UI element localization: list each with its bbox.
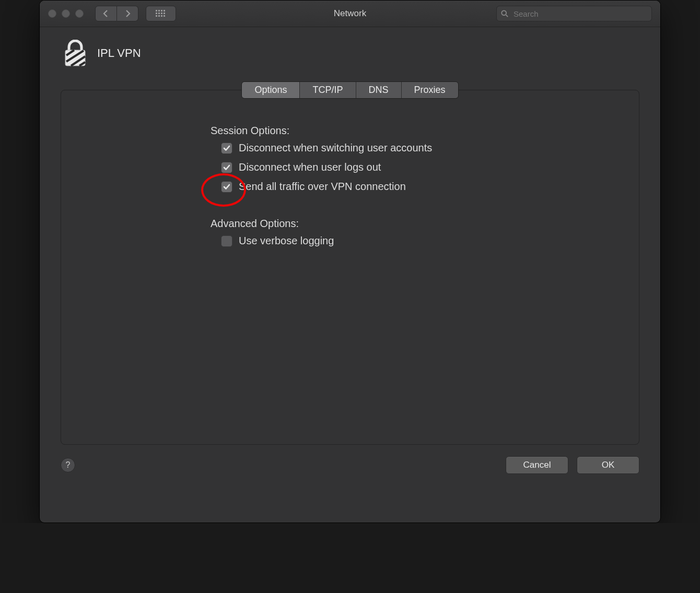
svg-rect-9 [158, 15, 160, 17]
session-option-0: Disconnect when switching user accounts [221, 142, 639, 154]
svg-rect-8 [156, 15, 157, 17]
search-field[interactable] [496, 6, 652, 21]
chevron-left-icon [103, 10, 109, 17]
svg-rect-1 [158, 10, 160, 11]
options-panel: Session Options: Disconnect when switchi… [61, 90, 639, 445]
session-checkbox-1[interactable] [221, 162, 232, 173]
tab-proxies[interactable]: Proxies [402, 82, 458, 98]
back-button[interactable] [95, 6, 117, 21]
tab-options[interactable]: Options [242, 82, 300, 98]
session-checkbox-0[interactable] [221, 143, 232, 154]
svg-rect-2 [161, 10, 162, 11]
ok-button[interactable]: OK [577, 456, 639, 474]
content-area: IPL VPN OptionsTCP/IPDNSProxies Session … [40, 27, 660, 484]
search-input[interactable] [512, 9, 647, 19]
zoom-window-button[interactable] [75, 9, 84, 18]
footer: ? Cancel OK [61, 456, 639, 474]
check-icon [223, 164, 230, 171]
svg-rect-3 [164, 10, 165, 11]
advanced-label-0: Use verbose logging [239, 235, 334, 247]
close-window-button[interactable] [48, 9, 56, 18]
tab-tcpip[interactable]: TCP/IP [300, 82, 356, 98]
titlebar: Network [40, 1, 660, 27]
svg-rect-0 [156, 10, 157, 11]
minimize-window-button[interactable] [62, 9, 70, 18]
svg-rect-10 [161, 15, 162, 17]
cancel-button[interactable]: Cancel [506, 456, 568, 474]
check-icon [223, 183, 230, 191]
session-option-1: Disconnect when user logs out [221, 161, 639, 173]
network-preferences-window: Network IPL VPN OptionsTCP/IPDN [39, 0, 661, 523]
session-options-title: Session Options: [211, 125, 639, 137]
check-icon [223, 145, 230, 152]
help-button[interactable]: ? [61, 458, 75, 472]
svg-point-12 [501, 10, 506, 15]
advanced-options-title: Advanced Options: [211, 218, 639, 230]
vpn-lock-icon [64, 40, 87, 67]
search-icon [501, 10, 508, 17]
svg-rect-11 [164, 15, 165, 17]
grid-icon [156, 10, 166, 17]
advanced-option-0: Use verbose logging [221, 235, 639, 247]
svg-rect-7 [164, 13, 165, 14]
tab-dns[interactable]: DNS [356, 82, 402, 98]
session-label-0: Disconnect when switching user accounts [239, 142, 432, 154]
svg-rect-5 [158, 13, 160, 14]
tab-bar: OptionsTCP/IPDNSProxies [61, 81, 639, 99]
session-option-2: Send all traffic over VPN connection [221, 181, 639, 193]
svg-line-13 [506, 15, 508, 17]
service-header: IPL VPN [64, 40, 639, 67]
session-label-2: Send all traffic over VPN connection [239, 181, 406, 193]
session-label-1: Disconnect when user logs out [239, 161, 381, 173]
window-controls [48, 9, 84, 18]
advanced-checkbox-0[interactable] [221, 235, 232, 247]
forward-button[interactable] [117, 6, 138, 21]
show-all-button[interactable] [146, 6, 176, 21]
svg-rect-4 [156, 13, 157, 14]
session-checkbox-2[interactable] [221, 181, 232, 193]
chevron-right-icon [124, 10, 131, 17]
service-name: IPL VPN [97, 46, 141, 60]
nav-buttons [95, 6, 138, 21]
svg-rect-6 [161, 13, 162, 14]
